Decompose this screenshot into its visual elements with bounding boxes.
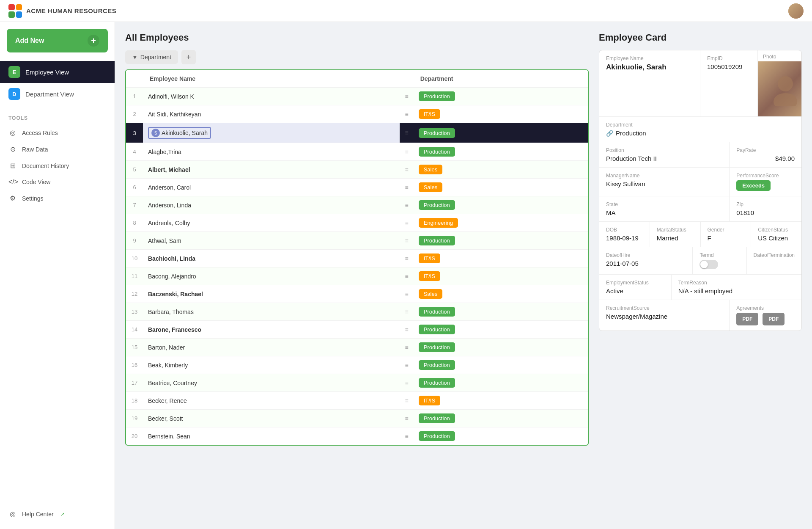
row-action[interactable]: ≡ xyxy=(400,427,413,445)
row-department: Production xyxy=(414,410,588,427)
name-label: Employee Name xyxy=(606,55,693,61)
col-dept: Department xyxy=(414,70,588,88)
add-new-label: Add New xyxy=(15,37,44,44)
row-action[interactable]: ≡ xyxy=(400,123,413,143)
row-action[interactable]: ≡ xyxy=(400,196,413,214)
zip-label: Zip xyxy=(736,201,795,207)
table-row[interactable]: 13Barbara, Thomas≡Production xyxy=(126,303,588,321)
row-number: 2 xyxy=(126,105,143,123)
agreements-cell: Agreements PDF PDF xyxy=(730,300,801,331)
app-logo xyxy=(8,4,22,18)
row-department: Production xyxy=(414,123,588,143)
citizen-cell: CitizenStatus US Citizen xyxy=(751,222,801,247)
state-label: State xyxy=(606,201,722,207)
row-employee-name: Barbara, Thomas xyxy=(143,303,400,321)
row-employee-name: Baczenski, Rachael xyxy=(143,285,400,303)
row-number: 7 xyxy=(126,196,143,214)
card-row-dept: Department 🔗 Production xyxy=(599,117,801,142)
row-action[interactable]: ≡ xyxy=(400,267,413,285)
code-view-label: Code View xyxy=(22,179,50,185)
row-action[interactable]: ≡ xyxy=(400,179,413,196)
document-history-icon: ⊞ xyxy=(8,162,17,170)
row-action[interactable]: ≡ xyxy=(400,339,413,356)
sidebar-item-employee-view[interactable]: E Employee View xyxy=(0,61,115,83)
sidebar-item-department-view[interactable]: D Department View xyxy=(0,83,115,105)
table-row[interactable]: 5Albert, Michael≡Sales xyxy=(126,161,588,179)
employee-card-section: Employee Card Employee Name Akinkuolie, … xyxy=(599,32,802,331)
tool-code-view[interactable]: </> Code View xyxy=(0,174,115,190)
row-action[interactable]: ≡ xyxy=(400,105,413,123)
logo-dot-1 xyxy=(8,4,15,11)
gender-value: F xyxy=(708,234,744,242)
table-row[interactable]: 12Baczenski, Rachael≡Sales xyxy=(126,285,588,303)
department-filter-button[interactable]: ▼ Department xyxy=(125,50,178,64)
table-row[interactable]: 16Beak, Kimberly≡Production xyxy=(126,356,588,374)
employees-table: Employee Name Department 1Adinolfi, Wils… xyxy=(126,70,588,445)
tool-settings[interactable]: ⚙ Settings xyxy=(0,190,115,207)
table-row[interactable]: 4Alagbe,Trina≡Production xyxy=(126,143,588,161)
row-action[interactable]: ≡ xyxy=(400,161,413,179)
citizen-label: CitizenStatus xyxy=(758,227,795,233)
row-action[interactable]: ≡ xyxy=(400,392,413,410)
tool-access-rules[interactable]: ◎ Access Rules xyxy=(0,124,115,141)
row-action[interactable]: ≡ xyxy=(400,410,413,427)
table-row[interactable]: 18Becker, Renee≡IT/IS xyxy=(126,392,588,410)
state-cell: State MA xyxy=(599,196,730,221)
empid-label: EmpID xyxy=(707,55,751,61)
table-row[interactable]: 2Ait Sidi, Karthikeyan≡IT/IS xyxy=(126,105,588,123)
tool-raw-data[interactable]: ⊙ Raw Data xyxy=(0,141,115,157)
table-row[interactable]: 8Andreola, Colby≡Engineering xyxy=(126,214,588,232)
gender-label: Gender xyxy=(708,227,744,233)
termd-toggle[interactable] xyxy=(700,260,718,269)
pdf-button-1[interactable]: PDF xyxy=(736,313,758,325)
table-row[interactable]: 7Anderson, Linda≡Production xyxy=(126,196,588,214)
table-row[interactable]: 11Bacong, Alejandro≡IT/IS xyxy=(126,267,588,285)
row-action[interactable]: ≡ xyxy=(400,88,413,105)
add-filter-button[interactable]: + xyxy=(181,50,196,64)
table-row[interactable]: 1Adinolfi, Wilson K≡Production xyxy=(126,88,588,105)
row-department: Engineering xyxy=(414,214,588,232)
row-department: IT/IS xyxy=(414,392,588,410)
gender-cell: Gender F xyxy=(701,222,752,247)
table-row[interactable]: 6Anderson, Carol≡Sales xyxy=(126,179,588,196)
add-new-plus-icon: + xyxy=(88,35,99,47)
row-action[interactable]: ≡ xyxy=(400,214,413,232)
table-row[interactable]: 19Becker, Scott≡Production xyxy=(126,410,588,427)
table-row[interactable]: 20Bernstein, Sean≡Production xyxy=(126,427,588,445)
dept-link[interactable]: 🔗 Production xyxy=(606,129,795,137)
row-action[interactable]: ≡ xyxy=(400,232,413,250)
table-row[interactable]: 3SAkinkuolie, Sarah≡Production xyxy=(126,123,588,143)
recruit-cell: RecruitmentSource Newspager/Magazine xyxy=(599,300,730,331)
tool-document-history[interactable]: ⊞ Document History xyxy=(0,157,115,174)
table-row[interactable]: 17Beatrice, Courtney≡Production xyxy=(126,374,588,392)
user-avatar[interactable] xyxy=(788,3,804,19)
row-action[interactable]: ≡ xyxy=(400,321,413,339)
add-new-button[interactable]: Add New + xyxy=(7,29,108,52)
row-action[interactable]: ≡ xyxy=(400,374,413,392)
help-center-item[interactable]: ◎ Help Center ↗ xyxy=(0,506,115,522)
pdf-button-2[interactable]: PDF xyxy=(763,313,785,325)
row-department: Production xyxy=(414,143,588,161)
employees-table-container: Employee Name Department 1Adinolfi, Wils… xyxy=(125,69,589,446)
table-row[interactable]: 15Barton, Nader≡Production xyxy=(126,339,588,356)
table-row[interactable]: 14Barone, Francesco≡Production xyxy=(126,321,588,339)
empid-cell: EmpID 1005019209 xyxy=(700,50,758,116)
header-left: ACME Human Resources xyxy=(8,4,116,18)
marital-value: Married xyxy=(657,234,694,242)
row-action[interactable]: ≡ xyxy=(400,285,413,303)
row-employee-name: Becker, Scott xyxy=(143,410,400,427)
row-department: Production xyxy=(414,88,588,105)
photo-cell: Photo xyxy=(758,50,801,116)
table-row[interactable]: 10Bachiochi, Linda≡IT/IS xyxy=(126,250,588,267)
row-department: Sales xyxy=(414,179,588,196)
table-row[interactable]: 9Athwal, Sam≡Production xyxy=(126,232,588,250)
row-action[interactable]: ≡ xyxy=(400,143,413,161)
row-action[interactable]: ≡ xyxy=(400,303,413,321)
logo-dot-4 xyxy=(16,11,22,18)
row-action[interactable]: ≡ xyxy=(400,250,413,267)
employees-title: All Employees xyxy=(125,32,589,43)
payrate-label: PayRate xyxy=(736,147,795,153)
sidebar: Add New + E Employee View D Department V… xyxy=(0,22,115,529)
row-employee-name: Albert, Michael xyxy=(143,161,400,179)
row-action[interactable]: ≡ xyxy=(400,356,413,374)
